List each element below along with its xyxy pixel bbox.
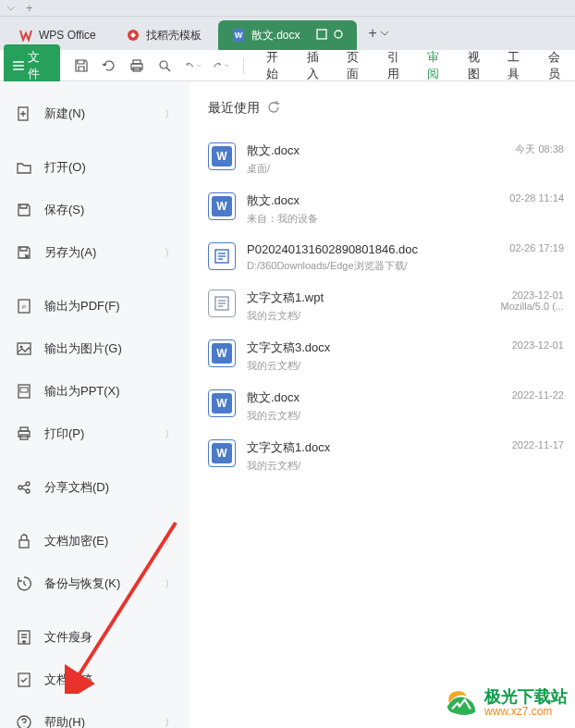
plus-doc-icon	[15, 105, 33, 123]
window-chrome-top: +	[0, 0, 575, 17]
quick-access-toolbar	[73, 57, 248, 74]
file-name: 散文.docx	[247, 142, 508, 159]
tab-dot-icon[interactable]	[333, 29, 344, 43]
sidemenu-item-lock[interactable]: 文档加密(E)〉	[7, 523, 182, 560]
recent-file-row[interactable]: P020240131602890801846.docD:/360Download…	[208, 239, 564, 277]
word-file-icon: W	[208, 192, 236, 220]
file-date: 2022-11-17	[505, 439, 564, 450]
plus-icon[interactable]: +	[26, 1, 33, 15]
sidemenu-label: 文件瘦身	[44, 629, 92, 646]
image-icon	[15, 339, 33, 358]
recent-header: 最近使用	[208, 100, 564, 117]
sidemenu-item-ppt[interactable]: 输出为PPT(X)	[7, 373, 182, 410]
svg-rect-22	[19, 540, 29, 548]
file-name: 散文.docx	[247, 192, 502, 209]
sidemenu-label: 输出为PDF(F)	[44, 298, 120, 315]
sidemenu-label: 打印(P)	[44, 426, 84, 442]
refresh-icon[interactable]	[267, 101, 280, 117]
pdf-icon: P	[15, 297, 33, 315]
separator	[243, 57, 244, 74]
sidemenu-item-help[interactable]: 帮助(H)〉	[7, 704, 182, 728]
sidemenu-label: 备份与恢复(K)	[44, 575, 120, 592]
final-icon	[15, 671, 33, 689]
toolbar: 文件 开始 插入 页面 引用 审阅 视图 工具 会员	[0, 50, 575, 81]
sidemenu-item-save[interactable]: 保存(S)	[7, 191, 182, 228]
chevron-right-icon: 〉	[165, 577, 175, 591]
watermark-url: www.xz7.com	[484, 706, 568, 718]
sidemenu-item-pdf[interactable]: P输出为PDF(F)	[7, 288, 182, 325]
chevron-right-icon: 〉	[165, 107, 175, 121]
recent-file-row[interactable]: W散文.docx桌面/今天 08:38	[208, 139, 564, 179]
svg-rect-24	[18, 673, 30, 686]
chevron-right-icon: 〉	[165, 246, 175, 260]
print-icon	[15, 425, 33, 443]
sidemenu-item-share[interactable]: 分享文档(D)	[7, 469, 182, 506]
chevron-right-icon: 〉	[165, 535, 175, 549]
file-name: P020240131602890801846.doc	[247, 242, 502, 256]
sidemenu-label: 打开(O)	[44, 159, 86, 176]
wps-logo-icon	[18, 28, 33, 43]
recent-file-row[interactable]: W散文.docx来自：我的设备02-28 11:14	[208, 189, 564, 229]
print-icon[interactable]	[128, 57, 145, 74]
recent-file-row[interactable]: 文字文稿1.wpt我的云文档/2023-12-01Mozilla/5.0 (..…	[208, 286, 564, 327]
tab-template[interactable]: 找稻壳模板	[113, 20, 214, 50]
file-info: 散文.docx桌面/	[247, 142, 508, 176]
file-name: 散文.docx	[247, 389, 505, 406]
file-path: 我的云文档/	[247, 309, 494, 323]
word-file-icon: W	[208, 439, 236, 467]
file-info: 散文.docx我的云文档/	[247, 389, 505, 423]
tab-maximize-icon[interactable]	[316, 29, 327, 43]
file-path: 桌面/	[247, 162, 508, 176]
dropdown-arrow-icon	[7, 5, 15, 12]
sidemenu-item-backup[interactable]: 备份与恢复(K)〉	[7, 565, 182, 602]
word-doc-icon: W	[231, 28, 246, 43]
plus-icon: +	[368, 25, 376, 42]
sidemenu-item-compress[interactable]: 文件瘦身	[7, 619, 182, 656]
sidemenu-label: 另存为(A)	[44, 244, 96, 261]
folder-icon	[15, 158, 33, 177]
svg-point-21	[26, 489, 30, 493]
sidemenu-label: 文档定稿	[44, 672, 92, 688]
file-date: 2022-11-22	[505, 389, 564, 401]
compress-icon	[15, 628, 33, 647]
ppt-icon	[15, 382, 33, 401]
svg-point-20	[26, 482, 30, 486]
sidemenu-item-print[interactable]: 打印(P)〉	[7, 415, 182, 452]
file-info: 文字文稿1.docx我的云文档/	[247, 439, 505, 473]
file-menu-button[interactable]: 文件	[4, 44, 60, 87]
docer-icon	[126, 28, 141, 43]
svg-rect-15	[20, 388, 28, 392]
recent-file-list: W散文.docx桌面/今天 08:38W散文.docx来自：我的设备02-28 …	[208, 139, 564, 476]
sidemenu-label: 帮助(H)	[44, 714, 85, 728]
svg-point-19	[18, 486, 22, 489]
save-icon[interactable]	[73, 57, 90, 74]
sidemenu-item-image[interactable]: 输出为图片(G)	[7, 330, 182, 367]
sidemenu-label: 输出为PPT(X)	[44, 383, 120, 400]
file-date: 2023-12-01	[505, 339, 564, 351]
tab-label: 散文.docx	[251, 28, 300, 43]
file-sidemenu: 新建(N)〉打开(O)保存(S)另存为(A)〉P输出为PDF(F)输出为图片(G…	[0, 81, 190, 728]
preview-icon[interactable]	[156, 57, 173, 74]
file-name: 文字文稿1.docx	[247, 439, 505, 456]
redo-icon[interactable]	[212, 57, 228, 74]
svg-point-4	[335, 31, 342, 38]
recent-file-row[interactable]: W文字文稿1.docx我的云文档/2022-11-17	[208, 436, 564, 476]
recent-file-row[interactable]: W散文.docx我的云文档/2022-11-22	[208, 386, 564, 426]
tab-controls	[316, 29, 344, 43]
undo-icon[interactable]	[184, 57, 201, 74]
sync-icon[interactable]	[101, 57, 117, 74]
sidemenu-label: 保存(S)	[44, 202, 84, 218]
file-menu-panel: 新建(N)〉打开(O)保存(S)另存为(A)〉P输出为PDF(F)输出为图片(G…	[0, 81, 575, 728]
recent-file-row[interactable]: W文字文稿3.docx我的云文档/2023-12-01	[208, 336, 564, 376]
watermark-title: 极光下载站	[484, 688, 568, 707]
word-file-icon: W	[208, 142, 236, 170]
word-file-icon: W	[208, 389, 236, 417]
save-as-icon	[15, 243, 33, 262]
sidemenu-item-plus-doc[interactable]: 新建(N)〉	[7, 95, 182, 132]
sidemenu-item-final[interactable]: 文档定稿	[7, 661, 182, 698]
chevron-down-icon	[381, 30, 388, 37]
sidemenu-label: 输出为图片(G)	[44, 340, 122, 357]
svg-point-8	[160, 61, 167, 68]
sidemenu-item-save-as[interactable]: 另存为(A)〉	[7, 234, 182, 271]
sidemenu-item-folder[interactable]: 打开(O)	[7, 149, 182, 186]
